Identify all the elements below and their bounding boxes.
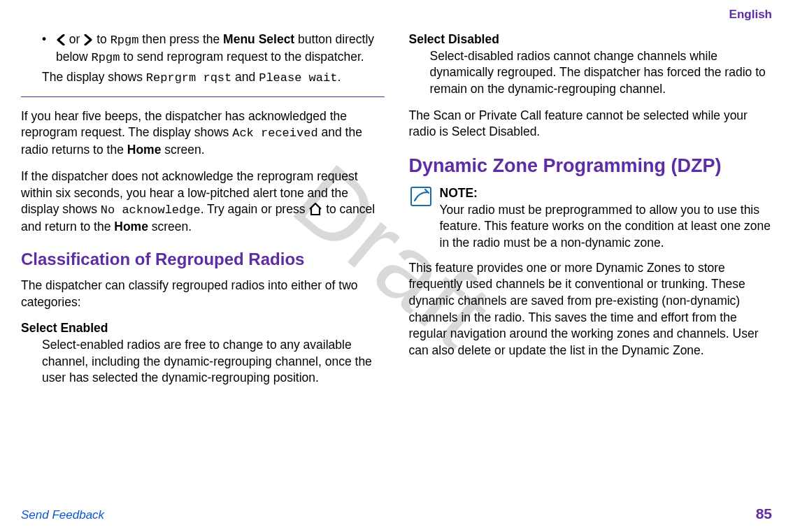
categories-intro: The dispatcher can classify regrouped ra… — [21, 278, 385, 310]
svg-rect-0 — [411, 187, 431, 206]
menu-select-label: Menu Select — [223, 32, 294, 46]
send-feedback-link[interactable]: Send Feedback — [21, 508, 104, 524]
bullet-marker: • — [42, 31, 56, 66]
text: screen. — [161, 143, 204, 157]
text: . — [337, 70, 341, 84]
page-footer: Send Feedback 85 — [21, 504, 772, 524]
dzp-description: This feature provides one or more Dynami… — [409, 260, 773, 359]
home-icon — [308, 203, 322, 215]
chevron-left-icon — [56, 34, 66, 45]
divider — [21, 96, 385, 97]
def-select-disabled: Select-disabled radios cannot change cha… — [430, 48, 773, 98]
no-ack-para: If the dispatcher does not acknowledge t… — [21, 168, 385, 236]
term-select-enabled: Select Enabled — [21, 320, 385, 337]
text: . Try again or press — [201, 202, 309, 216]
bullet-item: • or to Rpgm then press the Menu Select … — [42, 31, 385, 66]
ack-para: If you hear five beeps, the dispatcher h… — [21, 108, 385, 159]
text: then press the — [138, 32, 223, 46]
home-label: Home — [127, 143, 162, 157]
code-ack: Ack received — [232, 127, 317, 140]
text: and — [231, 70, 259, 84]
code-noack: No acknowledge — [101, 203, 201, 217]
chevron-right-icon — [83, 34, 93, 45]
text: or — [66, 32, 83, 46]
note-icon — [409, 185, 433, 208]
text: The display shows — [42, 70, 146, 84]
page-number: 85 — [756, 504, 772, 524]
text: to send reprogram request to the dispatc… — [120, 50, 364, 64]
code-rpgm: Rpgm — [110, 34, 139, 47]
note-heading: NOTE: — [440, 185, 773, 202]
term-select-disabled: Select Disabled — [409, 31, 773, 48]
scan-note: The Scan or Private Call feature cannot … — [409, 108, 773, 141]
note-text: Your radio must be preprogrammed to allo… — [440, 202, 773, 252]
code-rpgm2: Rpgm — [92, 51, 120, 64]
left-column: • or to Rpgm then press the Menu Select … — [21, 31, 385, 396]
right-column: Select Disabled Select-disabled radios c… — [409, 31, 773, 396]
code-pleasewait: Please wait — [259, 71, 337, 85]
section-heading-classification: Classification of Regrouped Radios — [21, 248, 385, 271]
display-shows-para: The display shows Reprgrm rqst and Pleas… — [42, 69, 385, 87]
home-label: Home — [114, 220, 148, 233]
text: to — [93, 32, 110, 46]
text: screen. — [148, 220, 192, 233]
def-select-enabled: Select-enabled radios are free to change… — [42, 337, 385, 387]
section-heading-dzp: Dynamic Zone Programming (DZP) — [409, 153, 773, 178]
note-block: NOTE: Your radio must be preprogrammed t… — [409, 185, 773, 252]
code-reprgrm: Reprgrm rqst — [146, 71, 231, 85]
